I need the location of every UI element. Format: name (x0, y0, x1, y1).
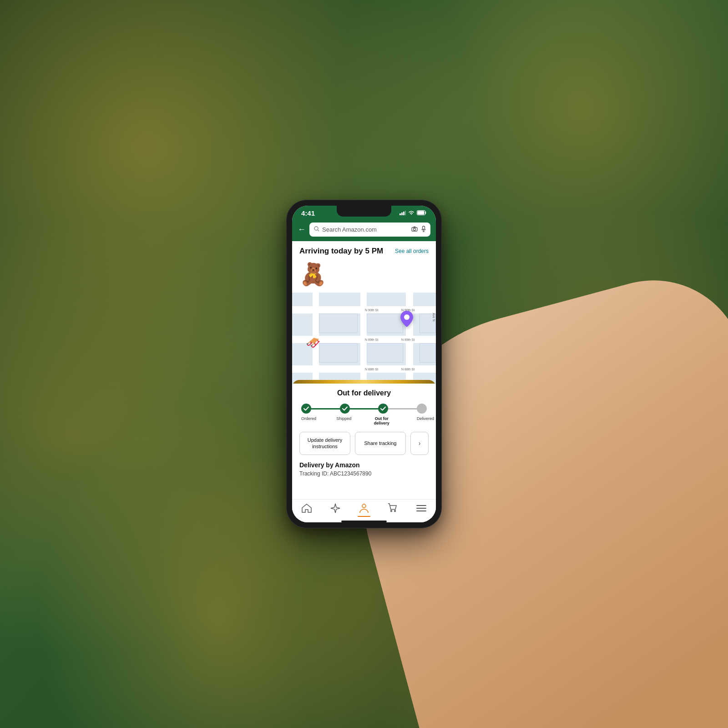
street-label-4: N 89th St (401, 338, 415, 341)
scroll-content: Arriving today by 5 PM See all orders 🧸 (292, 241, 436, 522)
location-pin (400, 311, 413, 330)
step-shipped (340, 404, 350, 414)
update-delivery-label: Update delivery instructions (308, 437, 342, 449)
teddy-bear-emoji: 🧸 (299, 262, 327, 287)
delivery-card: Out for delivery (292, 380, 436, 499)
product-image: 🧸 (299, 259, 327, 289)
share-tracking-label: Share tracking (364, 440, 397, 446)
block3 (319, 343, 358, 363)
svg-line-7 (318, 230, 319, 232)
arriving-title: Arriving today by 5 PM (299, 247, 383, 256)
label-delivered: Delivered (417, 416, 427, 425)
action-buttons: Update delivery instructions Share track… (299, 432, 429, 455)
label-shipped: Shipped (336, 416, 346, 425)
mic-icon[interactable] (421, 226, 426, 233)
steps-row (301, 404, 427, 414)
phone-wrapper: 4:41 (287, 200, 441, 528)
connector-3 (388, 408, 417, 410)
step-delivered (417, 404, 427, 414)
svg-point-13 (404, 314, 410, 320)
phone-screen: 4:41 (292, 206, 436, 522)
svg-rect-1 (401, 212, 403, 215)
svg-rect-2 (403, 212, 404, 215)
product-image-area: 🧸 (292, 258, 436, 293)
label-out-for-delivery: Out for delivery (372, 416, 392, 425)
back-button[interactable]: ← (298, 225, 306, 234)
svg-point-9 (414, 228, 416, 231)
phone-shell: 4:41 (287, 200, 441, 528)
nav-home[interactable] (302, 504, 312, 513)
step-ordered (301, 404, 311, 414)
street-label-5: N 88th St (365, 368, 378, 371)
street-label-1: N 90th St (365, 308, 378, 312)
more-button[interactable]: › (410, 432, 429, 455)
battery-icon (417, 210, 427, 216)
home-indicator (341, 521, 387, 522)
svg-point-15 (390, 511, 392, 512)
block4 (367, 343, 403, 363)
status-icons (399, 210, 427, 216)
label-ordered: Ordered (301, 416, 311, 425)
steps-labels-row: Ordered Shipped Out for delivery Deliver… (301, 416, 427, 425)
svg-point-6 (314, 227, 318, 230)
nav-cart[interactable] (388, 503, 398, 513)
svg-rect-10 (423, 226, 425, 229)
status-time: 4:41 (301, 209, 315, 217)
nav-menu[interactable] (416, 504, 426, 512)
scene: 4:41 (0, 0, 728, 728)
signal-icon (399, 211, 406, 216)
street-label-6: N 88th St (401, 368, 415, 371)
svg-point-14 (362, 504, 366, 508)
wifi-icon (408, 211, 415, 216)
nav-spark[interactable] (330, 503, 340, 513)
connector-2 (350, 408, 379, 410)
search-box[interactable]: Search Amazon.com (309, 222, 430, 237)
delivery-by: Delivery by Amazon (299, 461, 429, 469)
see-all-orders-link[interactable]: See all orders (395, 248, 429, 254)
step-out-for-delivery (378, 404, 388, 414)
search-right-icons (411, 226, 426, 233)
progress-section: Ordered Shipped Out for delivery Deliver… (299, 404, 429, 425)
camera-icon[interactable] (411, 226, 418, 233)
arriving-header: Arriving today by 5 PM See all orders (292, 241, 436, 258)
svg-point-16 (394, 511, 395, 512)
connector-1 (311, 408, 340, 410)
map-area: N 90th St N 90th St N 89th St N 89th St … (292, 293, 436, 384)
bottom-nav (292, 499, 436, 519)
avenue-label: Ave N (433, 313, 436, 322)
delivery-status-title: Out for delivery (299, 389, 429, 397)
phone-notch (337, 206, 391, 217)
gold-bar (292, 380, 436, 384)
delivery-info: Delivery by Amazon Tracking ID: ABC12345… (299, 461, 429, 479)
delivery-card-content: Out for delivery (292, 384, 436, 484)
nav-account[interactable] (359, 503, 369, 513)
map-grid: N 90th St N 90th St N 89th St N 89th St … (292, 293, 436, 384)
share-tracking-button[interactable]: Share tracking (355, 432, 406, 455)
search-icon (314, 226, 319, 233)
svg-rect-3 (405, 211, 406, 215)
tracking-id: Tracking ID: ABC1234567890 (299, 470, 429, 477)
block2 (367, 313, 403, 333)
search-input[interactable]: Search Amazon.com (322, 226, 409, 233)
update-delivery-button[interactable]: Update delivery instructions (299, 432, 350, 455)
svg-rect-5 (418, 211, 425, 215)
street-label-3: N 89th St (365, 338, 378, 341)
sleigh-icon: 🛷 (306, 336, 320, 350)
block1 (319, 313, 358, 333)
block6 (420, 343, 436, 363)
search-bar-area: ← Search Amazon.com (292, 220, 436, 241)
svg-rect-0 (399, 213, 401, 215)
